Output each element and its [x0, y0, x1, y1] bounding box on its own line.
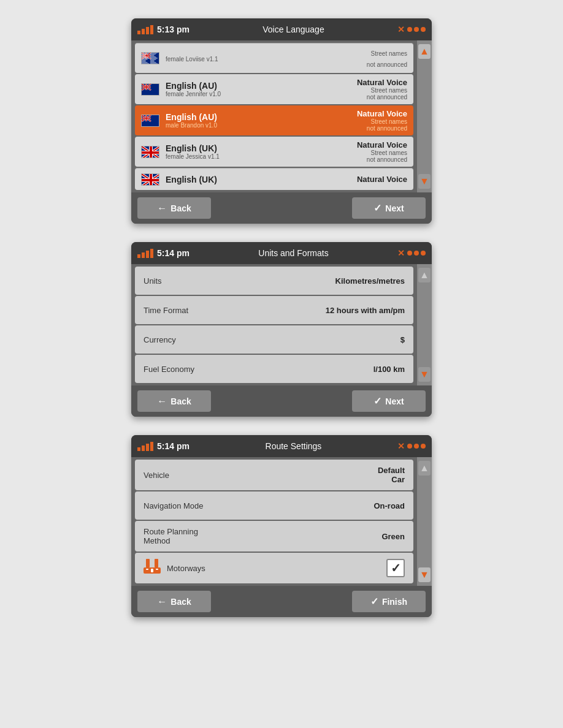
header-bar-3: 5:14 pm Route Settings ✕	[131, 435, 432, 457]
scrollbar-3: ▲ ▼	[417, 457, 432, 586]
fuel-economy-label: Fuel Economy	[144, 365, 194, 374]
units-value: Kilometres/metres	[335, 276, 405, 286]
scrollbar-1: ▲ ▼	[417, 40, 432, 192]
vehicle-label: Vehicle	[144, 471, 169, 480]
close-icon-2[interactable]: ✕	[397, 248, 405, 258]
list-item[interactable]: English (AU) female Jennifer v1.0 Natura…	[135, 74, 413, 104]
close-icon[interactable]: ✕	[397, 25, 405, 34]
check-icon: ✓	[373, 202, 381, 214]
panel-route-settings: 5:14 pm Route Settings ✕ Vehicle De	[131, 435, 432, 617]
status-dots-3	[407, 444, 426, 449]
header-icons-1: ✕	[397, 25, 426, 34]
screen-title-3: Route Settings	[190, 441, 397, 451]
clock-1: 5:13 pm	[157, 25, 190, 34]
svg-marker-1	[142, 53, 151, 59]
scroll-down-button-2[interactable]: ▼	[418, 367, 431, 382]
finish-check-icon: ✓	[370, 596, 378, 607]
list-item[interactable]: English (UK) Natural Voice	[135, 168, 413, 190]
voice-row-text: English (AU) female Jennifer v1.0	[166, 81, 357, 97]
next-button-1[interactable]: ✓ Next	[352, 197, 426, 219]
back-button-2[interactable]: ← Back	[137, 390, 211, 412]
screen-title-1: Voice Language	[190, 25, 397, 34]
panel-voice-language: 5:13 pm Voice Language ✕	[131, 18, 432, 224]
vehicle-row[interactable]: Vehicle DefaultCar	[135, 460, 413, 490]
header-bar-1: 5:13 pm Voice Language ✕	[131, 18, 432, 40]
units-row[interactable]: Units Kilometres/metres	[135, 267, 413, 295]
voice-row-right: Natural Voice Street namesnot announced	[357, 140, 407, 163]
voice-row-text-selected: English (AU) male Brandon v1.0	[166, 112, 357, 129]
footer-1: ← Back ✓ Next	[131, 192, 432, 224]
next-button-2[interactable]: ✓ Next	[352, 390, 426, 412]
currency-row[interactable]: Currency $	[135, 325, 413, 354]
check-icon-2: ✓	[373, 395, 381, 407]
motorway-icon	[144, 558, 161, 578]
flag-icon-au-selected	[141, 115, 159, 127]
scroll-up-button-2[interactable]: ▲	[418, 268, 431, 282]
currency-label: Currency	[144, 335, 176, 344]
list-item-selected[interactable]: English (AU) male Brandon v1.0 Natural V…	[135, 105, 413, 135]
finish-button[interactable]: ✓ Finish	[352, 591, 426, 612]
route-planning-row[interactable]: Route PlanningMethod Green	[135, 521, 413, 552]
nav-mode-row[interactable]: Navigation Mode On-road	[135, 491, 413, 520]
motorways-checkbox[interactable]: ✓	[386, 559, 405, 577]
voice-row-text: English (UK) female Jessica v1.1	[166, 143, 357, 160]
svg-rect-53	[151, 569, 153, 572]
scroll-down-button-3[interactable]: ▼	[418, 567, 431, 582]
svg-line-3	[142, 53, 151, 59]
voice-row-right: Natural Voice	[357, 175, 407, 184]
units-content: Units Kilometres/metres Time Format 12 h…	[131, 264, 432, 385]
finish-label: Finish	[382, 597, 407, 607]
svg-rect-48	[146, 559, 150, 567]
route-planning-value: Green	[381, 532, 405, 541]
voice-row-right: Natural Voice Street namesnot announced	[357, 78, 407, 100]
voice-sub: female Loviise v1.1	[166, 56, 218, 63]
route-planning-label: Route PlanningMethod	[144, 527, 198, 545]
scroll-up-icon-2: ▲	[419, 270, 429, 281]
back-icon-3: ←	[157, 596, 167, 607]
svg-rect-38	[142, 151, 159, 154]
voice-list: female Loviise v1.1 Street namesnot anno…	[131, 40, 417, 192]
next-label-2: Next	[385, 396, 404, 406]
route-list: Vehicle DefaultCar Navigation Mode On-ro…	[131, 457, 417, 586]
clock-2: 5:14 pm	[157, 248, 190, 258]
voice-row-text: English (UK)	[166, 175, 357, 184]
currency-value: $	[400, 335, 405, 344]
voice-list-content: female Loviise v1.1 Street namesnot anno…	[131, 40, 432, 192]
back-button-3[interactable]: ← Back	[137, 591, 211, 612]
signal-bars-3	[137, 442, 153, 451]
screen-title-2: Units and Formats	[190, 248, 397, 258]
close-icon-3[interactable]: ✕	[397, 441, 405, 451]
back-button-1[interactable]: ← Back	[137, 197, 211, 219]
list-item[interactable]: English (UK) female Jessica v1.1 Natural…	[135, 137, 413, 167]
list-item[interactable]: female Loviise v1.1 Street namesnot anno…	[135, 43, 413, 73]
svg-line-5	[142, 53, 151, 59]
units-list: Units Kilometres/metres Time Format 12 h…	[131, 264, 417, 385]
fuel-economy-row[interactable]: Fuel Economy l/100 km	[135, 355, 413, 383]
svg-line-2	[142, 53, 151, 59]
status-dots-2	[407, 251, 426, 256]
scroll-up-button[interactable]: ▲	[418, 44, 431, 59]
scroll-down-button[interactable]: ▼	[418, 174, 431, 189]
scroll-up-button-3[interactable]: ▲	[418, 461, 431, 476]
fuel-economy-value: l/100 km	[373, 365, 405, 374]
scroll-up-icon-3: ▲	[419, 463, 429, 474]
motorways-row[interactable]: Motorways ✓	[135, 553, 413, 583]
footer-3: ← Back ✓ Finish	[131, 586, 432, 617]
flag-icon-uk-2	[141, 173, 159, 186]
svg-rect-47	[142, 179, 159, 181]
time-format-row[interactable]: Time Format 12 hours with am/pm	[135, 296, 413, 324]
back-label-3: Back	[170, 597, 191, 607]
voice-row-right: Street namesnot announced	[367, 47, 407, 69]
scroll-down-icon-3: ▼	[419, 569, 429, 580]
next-label-1: Next	[385, 203, 404, 213]
footer-2: ← Back ✓ Next	[131, 385, 432, 417]
checkmark-icon: ✓	[391, 561, 401, 575]
svg-rect-0	[142, 53, 159, 64]
panel-units-formats: 5:14 pm Units and Formats ✕ Units K	[131, 242, 432, 417]
time-format-label: Time Format	[144, 306, 188, 315]
clock-3: 5:14 pm	[157, 441, 190, 451]
scroll-up-icon: ▲	[419, 46, 429, 57]
back-label-1: Back	[170, 203, 191, 213]
voice-row-right-selected: Natural Voice Street namesnot announced	[357, 109, 407, 132]
header-icons-2: ✕	[397, 248, 426, 258]
